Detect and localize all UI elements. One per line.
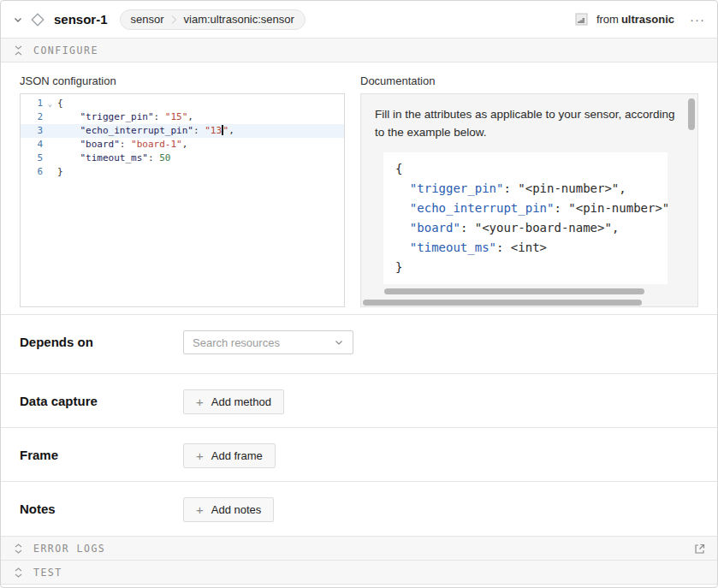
- depends-on-row: Depends on Search resources: [1, 315, 717, 374]
- line-number: 6: [21, 165, 43, 179]
- from-module-text: fromultrasonic: [596, 13, 674, 26]
- editor-line[interactable]: 2 "trigger_pin": "15",: [21, 110, 344, 124]
- editor-line-code: "board": "board-1",: [57, 138, 187, 151]
- module-icon: [575, 13, 588, 26]
- data-capture-label: Data capture: [20, 389, 183, 408]
- component-type-badge: sensor viam:ultrasonic:sensor: [120, 9, 306, 30]
- error-logs-section-bar[interactable]: ERROR LOGS: [1, 537, 717, 561]
- editor-line[interactable]: 1⌄{: [21, 97, 344, 110]
- component-header: sensor-1 sensor viam:ultrasonic:sensor f…: [1, 1, 717, 39]
- chevron-down-icon: [334, 337, 344, 347]
- badge-separator-chevron-icon: [171, 14, 177, 26]
- editor-line[interactable]: 4 "board": "board-1",: [21, 138, 344, 151]
- editor-line[interactable]: 3 "echo_interrupt_pin": "13",: [21, 124, 344, 138]
- documentation-panel[interactable]: Fill in the attributes as applicable to …: [360, 93, 698, 307]
- error-logs-section-title: ERROR LOGS: [33, 543, 105, 555]
- notes-label: Notes: [20, 497, 183, 516]
- fold-gutter: [43, 151, 57, 165]
- json-config-label: JSON configuration: [20, 74, 345, 87]
- notes-row: Notes + Add notes: [1, 482, 717, 537]
- fold-gutter: [43, 138, 57, 151]
- fold-gutter: [43, 165, 57, 179]
- add-method-button-label: Add method: [211, 395, 271, 408]
- component-header-left: sensor-1 sensor viam:ultrasonic:sensor: [13, 9, 306, 30]
- editor-line-code: "echo_interrupt_pin": "13",: [57, 124, 234, 138]
- module-name: ultrasonic: [621, 13, 674, 26]
- line-number: 4: [21, 138, 43, 151]
- json-editor-lines: 1⌄{2 "trigger_pin": "15",3 "echo_interru…: [21, 97, 344, 179]
- editor-line-code: {: [57, 97, 63, 110]
- component-name: sensor-1: [54, 12, 108, 27]
- documentation-code: { "trigger_pin": "<pin-number>", "echo_i…: [395, 159, 668, 277]
- sensor-diamond-icon: [30, 12, 45, 27]
- add-frame-button[interactable]: + Add frame: [183, 443, 276, 468]
- configure-body: JSON configuration 1⌄{2 "trigger_pin": "…: [1, 62, 717, 315]
- add-notes-button[interactable]: + Add notes: [183, 497, 274, 522]
- documentation-code-block: { "trigger_pin": "<pin-number>", "echo_i…: [383, 152, 668, 284]
- panel-horizontal-scrollbar[interactable]: [363, 300, 642, 306]
- plus-icon: +: [196, 449, 204, 462]
- plus-icon: +: [196, 395, 204, 408]
- configure-section-title: CONFIGURE: [33, 45, 98, 56]
- line-number: 2: [21, 110, 43, 124]
- open-in-new-icon[interactable]: [693, 543, 705, 555]
- documentation-code-line: }: [395, 258, 668, 277]
- data-capture-row: Data capture + Add method: [1, 374, 717, 428]
- add-frame-button-label: Add frame: [211, 449, 263, 462]
- component-type-label: sensor: [131, 13, 164, 26]
- documentation-code-line: {: [395, 159, 668, 179]
- documentation-code-line: "timeout_ms": <int>: [395, 238, 668, 258]
- plus-icon: +: [196, 503, 204, 516]
- documentation-column: Documentation Fill in the attributes as …: [360, 71, 698, 314]
- frame-label: Frame: [20, 443, 183, 462]
- code-horizontal-scrollbar[interactable]: [384, 288, 644, 294]
- frame-row: Frame + Add frame: [1, 428, 717, 482]
- editor-line-code: }: [57, 165, 63, 179]
- component-card: sensor-1 sensor viam:ultrasonic:sensor f…: [0, 0, 718, 588]
- depends-on-select[interactable]: Search resources: [183, 330, 353, 354]
- expand-section-icon: [13, 567, 24, 579]
- add-notes-button-label: Add notes: [211, 503, 262, 516]
- configure-section-bar[interactable]: CONFIGURE: [1, 39, 717, 62]
- documentation-code-line: "trigger_pin": "<pin-number>",: [395, 179, 668, 199]
- line-number: 5: [21, 151, 43, 165]
- fold-gutter: [43, 110, 57, 124]
- documentation-code-line: "board": "<your-board-name>",: [395, 218, 668, 238]
- line-number: 1: [21, 97, 43, 110]
- collapse-card-chevron-icon[interactable]: [13, 15, 23, 25]
- test-section-bar[interactable]: TEST: [1, 561, 717, 585]
- documentation-label: Documentation: [360, 74, 698, 87]
- json-config-column: JSON configuration 1⌄{2 "trigger_pin": "…: [20, 71, 345, 314]
- documentation-code-line: "echo_interrupt_pin": "<pin-number>",: [395, 199, 668, 218]
- documentation-vertical-scrollbar[interactable]: [688, 98, 695, 130]
- fold-gutter: [43, 124, 57, 138]
- test-section-title: TEST: [33, 567, 62, 579]
- add-method-button[interactable]: + Add method: [183, 389, 284, 414]
- editor-line-code: "timeout_ms": 50: [57, 151, 170, 165]
- card-menu-button[interactable]: ···: [690, 12, 705, 27]
- editor-line-code: "trigger_pin": "15",: [57, 110, 193, 124]
- component-header-right: fromultrasonic ···: [575, 12, 705, 27]
- component-model-label: viam:ultrasonic:sensor: [184, 13, 294, 26]
- depends-on-placeholder: Search resources: [193, 336, 280, 349]
- editor-line[interactable]: 6}: [21, 165, 344, 179]
- collapse-section-icon: [13, 45, 24, 56]
- documentation-intro: Fill in the attributes as applicable to …: [375, 105, 676, 141]
- line-number: 3: [21, 124, 43, 138]
- json-editor[interactable]: 1⌄{2 "trigger_pin": "15",3 "echo_interru…: [20, 93, 345, 307]
- depends-on-label: Depends on: [20, 330, 183, 349]
- fold-chevron-icon[interactable]: ⌄: [43, 97, 57, 110]
- editor-line[interactable]: 5 "timeout_ms": 50: [21, 151, 344, 165]
- expand-section-icon: [13, 543, 24, 555]
